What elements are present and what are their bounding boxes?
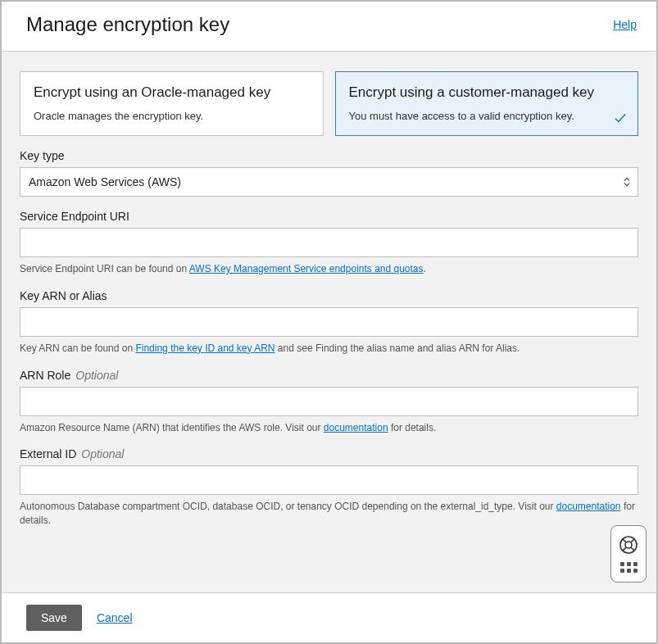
cancel-link[interactable]: Cancel [97,611,133,624]
svg-line-2 [623,538,627,542]
key-arn-helper: Key ARN can be found on Finding the key … [20,342,638,356]
key-arn-field: Key ARN or Alias Key ARN can be found on… [20,289,638,356]
dialog-footer: Save Cancel [2,592,656,642]
help-link[interactable]: Help [613,18,637,31]
svg-line-5 [631,547,635,551]
card-desc: Oracle manages the encryption key. [34,110,310,122]
endpoint-label: Service Endpoint URI [20,210,638,223]
external-id-helper: Autonomous Database compartment OCID, da… [20,500,638,528]
external-id-field: External IDOptional Autonomous Database … [20,447,638,528]
arn-role-helper: Amazon Resource Name (ARN) that identifi… [20,421,638,435]
optional-tag: Optional [81,447,124,460]
key-arn-label: Key ARN or Alias [20,289,638,302]
svg-line-4 [623,547,627,551]
check-icon [613,111,628,125]
arn-role-label: ARN RoleOptional [20,369,638,382]
external-id-helper-link[interactable]: documentation [556,501,621,512]
page-title: Manage encryption key [26,13,229,36]
grip-icon [620,562,638,573]
oracle-managed-card[interactable]: Encrypt using an Oracle-managed key Orac… [20,71,324,136]
external-id-input[interactable] [20,465,638,495]
endpoint-helper: Service Endpoint URI can be found on AWS… [20,262,638,276]
key-arn-helper-link[interactable]: Finding the key ID and key ARN [135,342,275,354]
save-button[interactable]: Save [26,605,82,631]
svg-point-1 [625,542,632,548]
arn-role-field: ARN RoleOptional Amazon Resource Name (A… [20,369,638,435]
key-type-label: Key type [20,149,638,162]
card-title: Encrypt using an Oracle-managed key [34,84,310,102]
arn-role-input[interactable] [20,387,638,416]
lifebuoy-icon [619,535,638,555]
endpoint-field: Service Endpoint URI Service Endpoint UR… [20,210,638,276]
external-id-label: External IDOptional [20,447,638,460]
manage-encryption-dialog: Manage encryption key Help Encrypt using… [0,0,658,644]
endpoint-input[interactable] [20,228,638,257]
dialog-header: Manage encryption key Help [2,2,656,52]
card-title: Encrypt using a customer-managed key [349,84,625,102]
card-desc: You must have access to a valid encrypti… [349,110,625,122]
svg-line-3 [631,538,635,542]
key-type-select[interactable]: Amazon Web Services (AWS) [20,167,638,197]
arn-role-helper-link[interactable]: documentation [324,422,388,433]
key-type-field: Key type Amazon Web Services (AWS) [20,149,638,197]
dialog-body: Encrypt using an Oracle-managed key Orac… [2,52,656,592]
key-type-value: Amazon Web Services (AWS) [29,175,181,188]
help-widget-button[interactable] [610,525,647,583]
optional-tag: Optional [75,369,118,382]
endpoint-helper-link[interactable]: AWS Key Management Service endpoints and… [189,263,424,274]
encryption-mode-cards: Encrypt using an Oracle-managed key Orac… [20,71,638,136]
key-arn-input[interactable] [20,307,638,337]
customer-managed-card[interactable]: Encrypt using a customer-managed key You… [335,71,639,136]
